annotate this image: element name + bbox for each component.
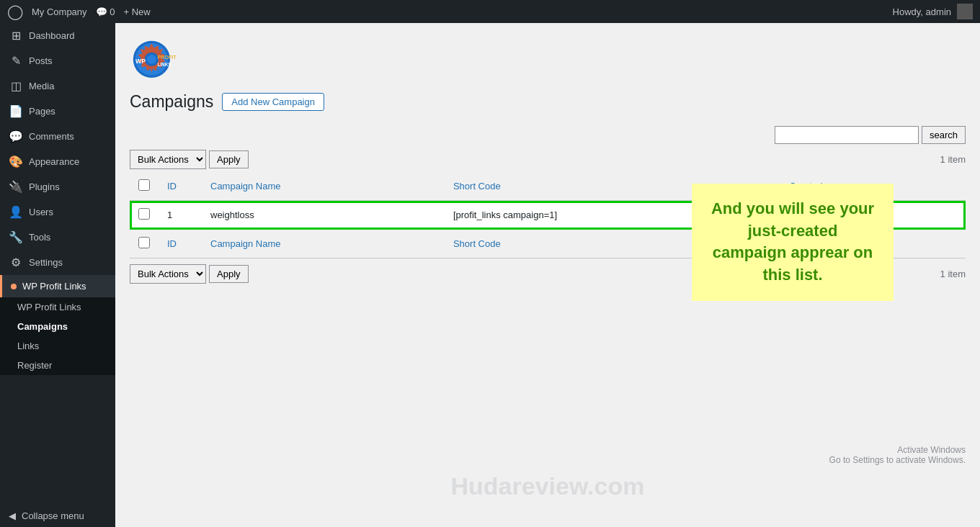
row-id: 1	[159, 201, 202, 230]
sidebar-label-tools: Tools	[29, 232, 50, 243]
sub-item-links[interactable]: Links	[0, 336, 115, 356]
appearance-icon: 🎨	[9, 155, 23, 168]
footer-id: ID	[159, 230, 202, 258]
header-campaign-name[interactable]: Campaign Name	[202, 172, 445, 201]
posts-icon: ✎	[9, 54, 23, 68]
collapse-menu-label: Collapse menu	[22, 510, 84, 521]
row-campaign-name: weightloss	[202, 201, 445, 230]
sub-item-register[interactable]: Register	[0, 356, 115, 375]
sub-menu: WP Profit Links Campaigns Links Register	[0, 297, 115, 375]
select-all-checkbox[interactable]	[138, 179, 150, 191]
wp-profit-links-logo: WP PROFIT LINKS	[130, 37, 187, 81]
activate-subtitle: Go to Settings to activate Windows.	[130, 455, 966, 465]
comments-icon[interactable]: 💬 0	[96, 6, 115, 17]
admin-bar-left: ◯ My Company 💬 0 + New	[7, 3, 884, 20]
sidebar-item-settings[interactable]: ⚙ Settings	[0, 250, 115, 275]
search-button[interactable]: search	[922, 126, 966, 144]
header-id[interactable]: ID	[159, 172, 202, 201]
search-input[interactable]	[775, 126, 919, 144]
svg-text:PROFIT: PROFIT	[157, 54, 177, 60]
collapse-menu-icon: ◀	[9, 510, 16, 521]
sidebar-label-media: Media	[29, 81, 54, 91]
sidebar-label-dashboard: Dashboard	[29, 30, 75, 41]
sidebar-item-comments[interactable]: 💬 Comments	[0, 124, 115, 149]
comments-sidebar-icon: 💬	[9, 130, 23, 143]
add-new-campaign-button[interactable]: Add New Campaign	[222, 93, 324, 111]
sidebar-label-wp-profit: WP Profit Links	[22, 281, 86, 292]
sidebar-label-users: Users	[29, 207, 53, 217]
activate-title: Activate Windows	[130, 445, 966, 455]
sidebar-item-wp-profit-links[interactable]: WP Profit Links	[0, 275, 115, 297]
callout-text: And you will see your just-created campa…	[711, 199, 874, 284]
main-layout: ⊞ Dashboard ✎ Posts ◫ Media 📄 Pages 💬 Co…	[0, 23, 980, 527]
sidebar-item-pages[interactable]: 📄 Pages	[0, 99, 115, 124]
sidebar-label-appearance: Appearance	[29, 156, 79, 167]
page-title: Campaigns	[130, 92, 213, 112]
row-checkbox-cell	[130, 201, 159, 230]
bottom-bulk-actions-select[interactable]: Bulk Actions	[130, 264, 206, 284]
new-button[interactable]: + New	[123, 6, 150, 17]
footer-campaign-name: Campaign Name	[202, 230, 445, 258]
avatar	[957, 4, 973, 19]
sidebar: ⊞ Dashboard ✎ Posts ◫ Media 📄 Pages 💬 Co…	[0, 23, 115, 527]
sidebar-label-posts: Posts	[29, 55, 53, 66]
activate-windows: Activate Windows Go to Settings to activ…	[130, 445, 966, 465]
sidebar-label-settings: Settings	[29, 257, 63, 268]
page-header: Campaigns Add New Campaign	[130, 92, 966, 112]
row-checkbox[interactable]	[138, 208, 150, 220]
footer-checkbox-cell	[130, 230, 159, 258]
sidebar-item-dashboard[interactable]: ⊞ Dashboard	[0, 23, 115, 48]
sidebar-item-appearance[interactable]: 🎨 Appearance	[0, 149, 115, 174]
wp-logo-icon[interactable]: ◯	[7, 3, 23, 20]
media-icon: ◫	[9, 79, 23, 93]
svg-text:LINKS: LINKS	[157, 62, 172, 67]
svg-point-5	[147, 55, 156, 64]
callout-area: And you will see your just-created campa…	[130, 287, 966, 431]
tools-icon: 🔧	[9, 230, 23, 244]
sidebar-item-plugins[interactable]: 🔌 Plugins	[0, 174, 115, 199]
top-bulk-bar-left: Bulk Actions Apply	[130, 150, 249, 169]
search-area: search	[130, 126, 966, 144]
top-bulk-bar: Bulk Actions Apply 1 item	[130, 150, 966, 169]
sidebar-item-media[interactable]: ◫ Media	[0, 73, 115, 99]
sidebar-label-comments: Comments	[29, 131, 74, 142]
top-item-count: 1 item	[940, 154, 966, 165]
sidebar-label-pages: Pages	[29, 106, 55, 117]
callout-box: And you will see your just-created campa…	[692, 184, 894, 301]
plugins-icon: 🔌	[9, 180, 23, 194]
header-checkbox-cell	[130, 172, 159, 201]
sub-item-campaigns[interactable]: Campaigns	[0, 317, 115, 336]
sidebar-item-users[interactable]: 👤 Users	[0, 199, 115, 225]
svg-text:WP: WP	[135, 58, 146, 65]
content-area: WP PROFIT LINKS Campaigns Add New Campai…	[115, 23, 980, 527]
sidebar-label-plugins: Plugins	[29, 181, 60, 192]
bottom-apply-button[interactable]: Apply	[209, 265, 249, 283]
users-icon: 👤	[9, 205, 23, 219]
brand-watermark: Hudareview.com	[130, 472, 966, 500]
settings-icon: ⚙	[9, 256, 23, 269]
sub-item-wp-profit-links[interactable]: WP Profit Links	[0, 297, 115, 317]
wp-profit-dot-icon	[11, 284, 17, 289]
top-apply-button[interactable]: Apply	[209, 150, 249, 168]
admin-bar-right: Howdy, admin	[893, 4, 973, 19]
site-name[interactable]: My Company	[32, 6, 87, 17]
sidebar-item-tools[interactable]: 🔧 Tools	[0, 225, 115, 250]
bottom-bulk-bar-left: Bulk Actions Apply	[130, 264, 249, 284]
bottom-item-count: 1 item	[940, 269, 966, 279]
greeting-text: Howdy, admin	[893, 6, 951, 17]
collapse-menu-button[interactable]: ◀ Collapse menu	[0, 505, 115, 527]
admin-bar: ◯ My Company 💬 0 + New Howdy, admin	[0, 0, 980, 23]
pages-icon: 📄	[9, 104, 23, 118]
dashboard-icon: ⊞	[9, 29, 23, 42]
sidebar-item-posts[interactable]: ✎ Posts	[0, 48, 115, 73]
footer-select-all-checkbox[interactable]	[138, 237, 150, 248]
top-bulk-actions-select[interactable]: Bulk Actions	[130, 150, 206, 169]
plugin-logo: WP PROFIT LINKS	[130, 37, 966, 81]
